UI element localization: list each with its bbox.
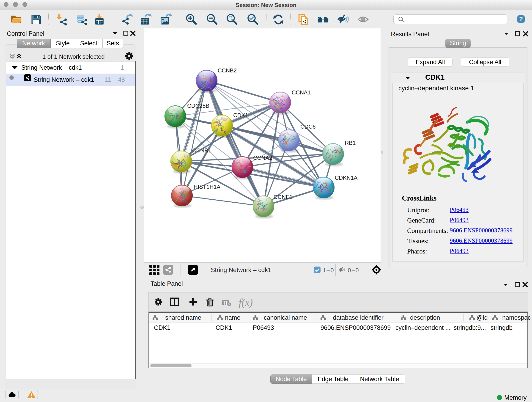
- svg-text:CCNA2: CCNA2: [253, 155, 272, 161]
- svg-text:RB1: RB1: [345, 140, 356, 146]
- svg-text:CDC6: CDC6: [300, 123, 316, 130]
- svg-text:CDC25B: CDC25B: [187, 103, 209, 109]
- svg-text:CCNA1: CCNA1: [292, 89, 311, 96]
- svg-text:CCNE1: CCNE1: [273, 194, 293, 200]
- svg-text:HIST1H1A: HIST1H1A: [194, 184, 221, 190]
- svg-text:CCNB2: CCNB2: [218, 67, 237, 74]
- svg-text:CDK1: CDK1: [233, 112, 248, 118]
- svg-text:?: ?: [519, 16, 523, 22]
- svg-text:CCNB1: CCNB1: [192, 147, 211, 153]
- svg-text:CDKN1A: CDKN1A: [335, 175, 358, 181]
